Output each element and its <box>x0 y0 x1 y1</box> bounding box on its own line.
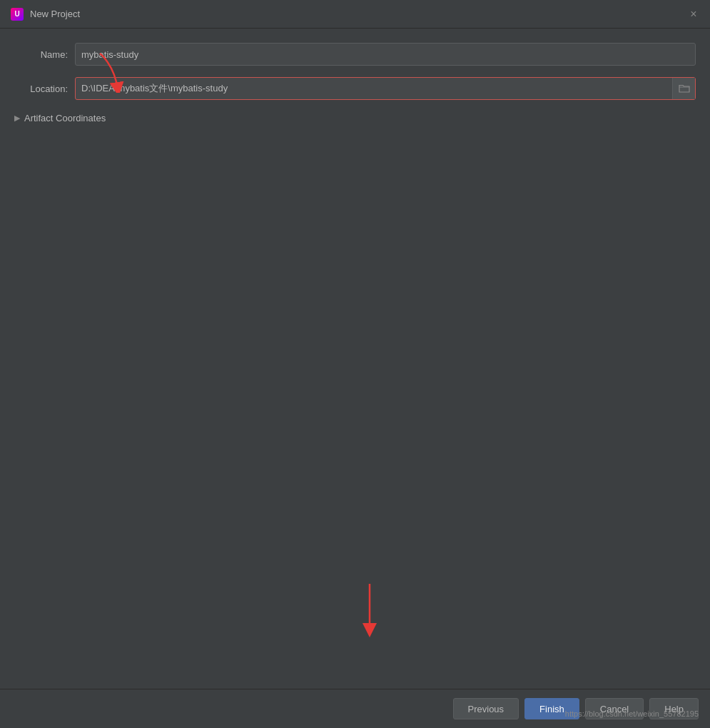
title-bar-left: U New Project <box>10 7 80 21</box>
location-input-wrapper <box>75 77 696 100</box>
previous-button[interactable]: Previous <box>453 698 519 719</box>
name-label: Name: <box>14 49 68 60</box>
new-project-dialog: U New Project × Name: Location <box>0 0 710 728</box>
app-icon: U <box>10 7 24 21</box>
bottom-bar: Previous Finish Cancel Help https://blog… <box>0 689 710 728</box>
location-label: Location: <box>14 84 68 94</box>
expand-arrow-icon: ▶ <box>14 113 20 123</box>
title-bar: U New Project × <box>0 0 710 29</box>
close-button[interactable]: × <box>687 8 700 21</box>
app-icon-inner: U <box>11 8 24 21</box>
location-row: Location: <box>14 77 696 100</box>
dialog-title: New Project <box>30 9 80 19</box>
content-area: Name: Location: ▶ Artifact Coordinates <box>0 29 710 689</box>
annotation-arrow-finish <box>348 580 391 640</box>
name-row: Name: <box>14 43 696 66</box>
name-input[interactable] <box>75 43 696 66</box>
watermark: https://blog.csdn.net/weixin_55782195 <box>565 709 699 718</box>
artifact-coordinates-section[interactable]: ▶ Artifact Coordinates <box>14 111 696 125</box>
location-input[interactable] <box>76 78 672 99</box>
artifact-coordinates-label: Artifact Coordinates <box>24 113 106 123</box>
browse-folder-button[interactable] <box>672 78 695 99</box>
